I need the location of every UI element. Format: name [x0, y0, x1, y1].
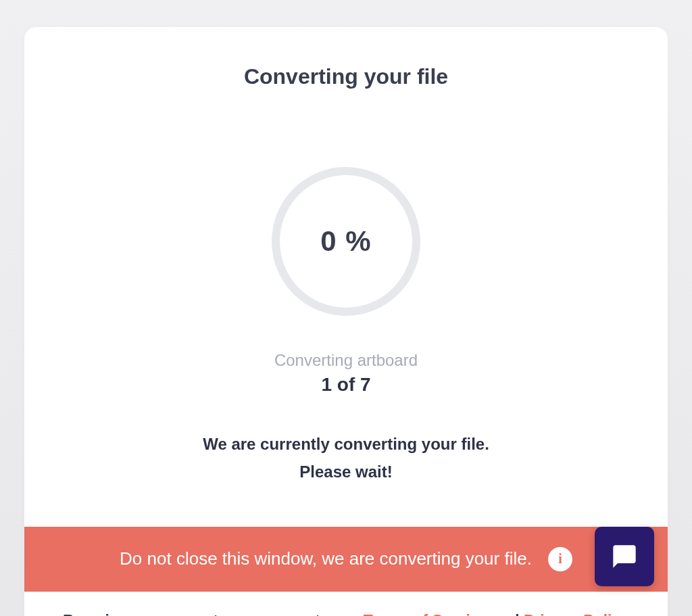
conversion-card: Converting your file 0 % Converting artb…: [24, 27, 668, 616]
info-icon: i: [548, 547, 572, 571]
chat-icon: [611, 543, 638, 570]
warning-banner: Do not close this window, we are convert…: [24, 527, 668, 592]
footer-prefix: By using our converter you agree to our: [63, 612, 364, 616]
footer-agreement: By using our converter you agree to our …: [24, 592, 668, 616]
artboard-label: Converting artboard: [24, 351, 668, 370]
footer-and: and: [487, 612, 524, 616]
status-message: We are currently converting your file. P…: [24, 431, 668, 486]
status-line-2: Please wait!: [24, 458, 668, 486]
privacy-policy-link[interactable]: Privacy Policy: [524, 612, 629, 616]
page-title: Converting your file: [24, 64, 668, 89]
progress-percent: 0 %: [320, 225, 371, 258]
chat-button[interactable]: [595, 527, 654, 586]
progress-circle: 0 %: [272, 167, 420, 316]
artboard-counter: 1 of 7: [24, 374, 668, 396]
terms-of-service-link[interactable]: Terms of Service: [364, 612, 488, 616]
status-line-1: We are currently converting your file.: [24, 431, 668, 458]
progress-container: 0 %: [24, 167, 668, 316]
warning-text: Do not close this window, we are convert…: [120, 548, 532, 569]
